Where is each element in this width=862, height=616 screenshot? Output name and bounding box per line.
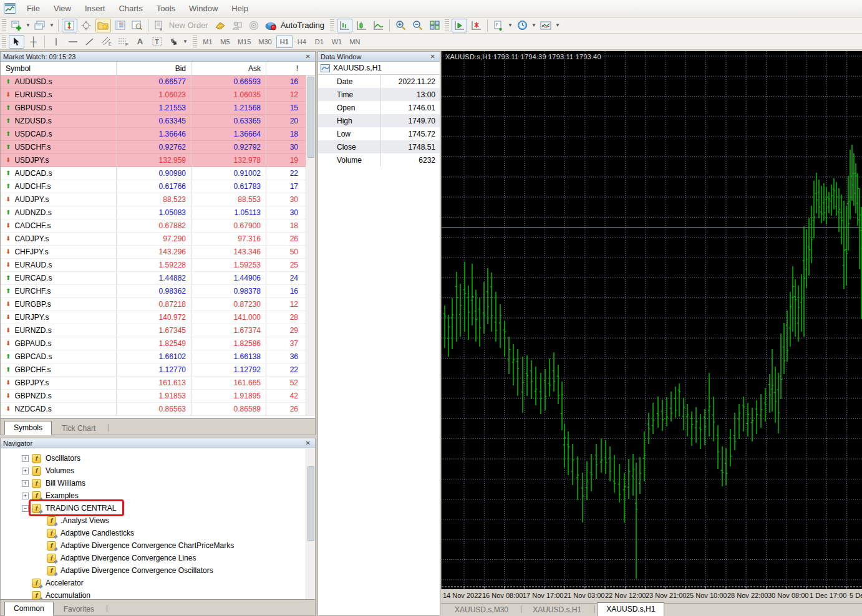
close-icon[interactable]: ✕ — [429, 53, 437, 60]
data-window-toggle-button[interactable] — [129, 19, 145, 32]
menu-window[interactable]: Window — [182, 1, 225, 16]
toolbar-grip[interactable] — [330, 19, 334, 32]
toolbar-grip[interactable] — [193, 36, 197, 48]
toolbar-grip[interactable] — [445, 19, 449, 32]
tab-common[interactable]: Common — [4, 602, 54, 616]
autotrading-icon[interactable] — [263, 19, 279, 32]
indicators-dropdown-caret[interactable]: ▼ — [508, 22, 513, 28]
close-icon[interactable]: ✕ — [304, 53, 312, 60]
navigator-item[interactable]: f◆Adaptive Candlesticks — [1, 527, 315, 539]
arrows-dropdown-caret[interactable]: ▼ — [183, 39, 188, 44]
menu-charts[interactable]: Charts — [112, 1, 149, 16]
market-watch-row[interactable]: ⬆AUDCAD.s0.909800.9100222 — [1, 167, 315, 180]
chart-tab-0[interactable]: XAUUSD.s,M30 — [446, 604, 517, 616]
market-watch-toggle-button[interactable] — [112, 19, 128, 32]
equidistant-channel-button[interactable]: E — [99, 35, 114, 49]
market-watch-row[interactable]: ⬆GBPCHF.s1.127701.1279222 — [1, 363, 315, 377]
tab-symbols[interactable]: Symbols — [4, 421, 52, 435]
navigator-item[interactable]: +fOscillators — [1, 452, 315, 464]
new-order-label[interactable]: New Order — [169, 21, 208, 30]
cursor-button[interactable] — [9, 35, 24, 49]
menu-file[interactable]: File — [20, 1, 47, 16]
timeframe-m1[interactable]: M1 — [200, 36, 216, 48]
chart-tab-1[interactable]: XAUUSD.s,H1 — [524, 604, 590, 616]
market-watch-row[interactable]: ⬇EURJPY.s140.972141.00028 — [1, 311, 315, 324]
toolbar-grip[interactable] — [2, 36, 6, 48]
templates-button[interactable] — [538, 19, 554, 32]
market-watch-row[interactable]: ⬇CHFJPY.s143.296143.34650 — [1, 246, 315, 259]
timeframe-d1[interactable]: D1 — [311, 36, 327, 48]
navigator-item[interactable]: f◆Accelerator — [1, 577, 315, 589]
navigator-item[interactable]: f◆Adaptive Divergence Convergence ChartP… — [1, 539, 315, 552]
navigator-scrollbar[interactable] — [306, 449, 315, 600]
navigator-item[interactable]: f◆Adaptive Divergence Convergence Lines — [1, 552, 315, 564]
indicators-button[interactable]: f — [491, 19, 506, 32]
tick-chart-toggle[interactable] — [62, 19, 77, 32]
navigator-item[interactable]: +fBill Williams — [1, 477, 315, 489]
timeframe-m15[interactable]: M15 — [235, 36, 254, 48]
trendline-button[interactable] — [82, 35, 97, 49]
market-watch-row[interactable]: ⬇GBPJPY.s161.613161.66552 — [1, 377, 315, 390]
market-watch-row[interactable]: ⬆AUDNZD.s1.050831.0511330 — [1, 206, 315, 219]
market-watch-row[interactable]: ⬆USDCAD.s1.366461.3666418 — [1, 128, 315, 141]
market-watch-row[interactable]: ⬇GBPNZD.s1.918531.9189542 — [1, 390, 315, 403]
market-watch-row[interactable]: ⬇AUDJPY.s88.52388.55330 — [1, 193, 315, 206]
remove-expert-button[interactable] — [468, 19, 484, 32]
bar-chart-type-button[interactable] — [337, 19, 352, 32]
chart-tab-2[interactable]: XAUUSD.s,H1 — [597, 602, 664, 616]
horizontal-line-button[interactable] — [65, 35, 80, 49]
menu-insert[interactable]: Insert — [78, 1, 112, 16]
timeframe-mn[interactable]: MN — [346, 36, 363, 48]
expand-plus-icon[interactable]: + — [22, 480, 29, 487]
column-symbol[interactable]: Symbol — [1, 64, 116, 73]
close-icon[interactable]: ✕ — [304, 440, 312, 446]
column-bid[interactable]: Bid — [116, 62, 191, 75]
market-watch-row[interactable]: ⬆GBPUSD.s1.215531.2156815 — [1, 102, 315, 115]
attach-expert-button[interactable] — [452, 19, 467, 32]
new-order-icon[interactable] — [152, 19, 167, 32]
chart-time-axis[interactable]: 14 Nov 202216 Nov 08:0017 Nov 17:0021 No… — [441, 589, 862, 603]
expand-plus-icon[interactable]: + — [22, 493, 29, 499]
price-chart[interactable] — [442, 51, 862, 589]
candlestick-chart-type-button[interactable] — [354, 19, 369, 32]
menu-view[interactable]: View — [47, 1, 78, 16]
fibonacci-button[interactable]: F — [115, 35, 131, 49]
text-button[interactable]: A — [132, 35, 148, 49]
market-watch-row[interactable]: ⬇EURGBP.s0.872180.8723012 — [1, 298, 315, 311]
market-watch-row[interactable]: ⬆USDCHF.s0.927620.9279230 — [1, 141, 315, 154]
market-watch-row[interactable]: ⬇GBPAUD.s1.825491.8258637 — [1, 337, 315, 350]
market-watch-row[interactable]: ⬇CADJPY.s97.29097.31626 — [1, 233, 315, 246]
navigator-item[interactable]: +fVolumes — [1, 464, 315, 477]
new-chart-button[interactable] — [9, 19, 24, 32]
navigator-item[interactable]: f◆Adaptive Divergence Convergence Oscill… — [1, 564, 315, 577]
timeframe-m5[interactable]: M5 — [217, 36, 233, 48]
expand-plus-icon[interactable]: + — [22, 468, 29, 474]
timeframe-h4[interactable]: H4 — [294, 36, 310, 48]
zoom-out-button[interactable] — [410, 19, 425, 32]
tab-favorites[interactable]: Favorites — [55, 603, 103, 616]
new-chart-dropdown-caret[interactable]: ▼ — [26, 22, 31, 28]
market-watch-row[interactable]: ⬇EURAUD.s1.592281.5925325 — [1, 259, 315, 272]
column-spread[interactable]: ! — [266, 62, 303, 75]
market-watch-row[interactable]: ⬆AUDUSD.s0.665770.6659316 — [1, 75, 315, 89]
menu-tools[interactable]: Tools — [150, 1, 182, 16]
timeframe-h1[interactable]: H1 — [276, 36, 293, 48]
text-label-button[interactable]: T — [149, 35, 165, 49]
autotrading-label[interactable]: AutoTrading — [281, 21, 324, 30]
profiles-dropdown-caret[interactable]: ▼ — [49, 22, 54, 28]
navigator-item[interactable]: f◆Accumulation — [1, 589, 315, 599]
expand-plus-icon[interactable]: + — [22, 455, 29, 462]
navigator-item[interactable]: f◆.Analyst Views — [1, 514, 315, 527]
chart-window[interactable]: XAUUSD.s,H1 1793.11 1794.39 1793.11 1793… — [441, 51, 862, 589]
column-ask[interactable]: Ask — [191, 62, 266, 75]
timeframe-w1[interactable]: W1 — [329, 36, 346, 48]
market-watch-row[interactable]: ⬇USDJPY.s132.959132.97819 — [1, 154, 315, 167]
chart-profiles-button[interactable] — [32, 19, 48, 32]
toolbar-grip[interactable] — [2, 19, 6, 32]
menu-help[interactable]: Help — [225, 1, 255, 16]
collapse-minus-icon[interactable]: − — [22, 505, 29, 512]
mql5-hat-icon[interactable] — [213, 19, 228, 32]
zoom-in-button[interactable] — [393, 19, 409, 32]
tile-windows-button[interactable] — [427, 19, 442, 32]
market-watch-row[interactable]: ⬇EURUSD.s1.060231.0603512 — [1, 89, 315, 102]
